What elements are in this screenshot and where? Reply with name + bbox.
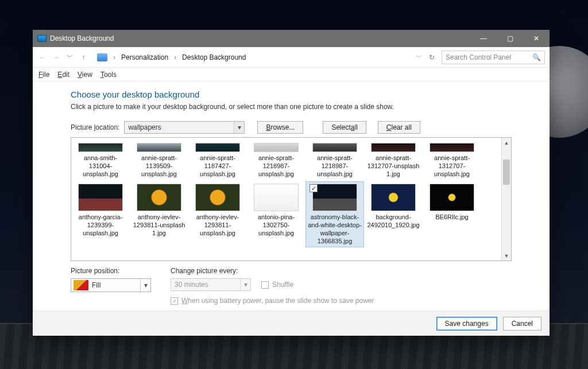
scrollbar[interactable]: ▲ ▼ <box>501 138 511 261</box>
menu-edit[interactable]: Edit <box>57 71 69 79</box>
thumbnail-item[interactable]: ✓anthony-garcia-1239399-unsplash.jpg <box>72 182 129 247</box>
thumbnail-image <box>78 184 123 211</box>
picture-location-value: wallpapers <box>128 123 161 131</box>
thumbnail-item[interactable]: ✓annie-spratt-1312707-unsplash.jpg <box>423 141 481 180</box>
position-preview-icon <box>74 280 88 290</box>
search-icon: 🔍 <box>532 53 541 61</box>
thumbnail-caption: annie-spratt-1312707-unsplash 1.jpg <box>366 154 420 178</box>
crumb-personalization[interactable]: Personalization <box>121 53 168 61</box>
change-every-label: Change picture every: <box>171 267 374 275</box>
thumbnail-caption: astronomy-black-and-white-desktop-wallpa… <box>308 213 362 245</box>
thumbnail-caption: BE6RIlc.jpg <box>425 213 479 222</box>
nav-row: ← → ﹀ ↑ › Personalization › Desktop Back… <box>33 47 550 68</box>
back-button[interactable]: ← <box>37 53 48 61</box>
thumbnail-image <box>137 184 181 211</box>
change-every-value: 30 minutes <box>175 281 208 289</box>
picture-position-combo[interactable]: Fill ▾ <box>71 278 151 292</box>
thumbnail-image <box>430 143 474 152</box>
thumbnail-item[interactable]: ✓antonio-pina-1302750-unsplash.jpg <box>247 182 305 247</box>
thumbnail-image <box>254 143 299 152</box>
scroll-down[interactable]: ▼ <box>502 251 511 261</box>
crumb-desktop-background[interactable]: Desktop Background <box>182 53 246 61</box>
thumbnail-image <box>312 184 357 211</box>
thumbnail-image <box>195 143 240 152</box>
page-title: Choose your desktop background <box>71 90 512 99</box>
thumbnail-caption: annie-spratt-1218987-unsplash.jpg <box>308 154 362 178</box>
battery-label: When using battery power, pause the slid… <box>181 297 374 305</box>
folder-icon <box>97 53 107 61</box>
addr-dropdown[interactable]: ﹀ <box>416 53 422 61</box>
thumbnail-item[interactable]: ✓annie-spratt-1139509-unsplash.jpg <box>130 141 188 180</box>
picture-position-value: Fill <box>92 281 100 289</box>
chevron-down-icon: ▾ <box>240 279 250 290</box>
thumbnail-caption: antonio-pina-1302750-unsplash.jpg <box>249 213 303 237</box>
thumbnail-caption: anthony-garcia-1239399-unsplash.jpg <box>74 213 127 237</box>
scroll-thumb[interactable] <box>503 160 510 185</box>
close-button[interactable]: ✕ <box>523 30 550 47</box>
gallery: ✓anna-smith-131004-unsplash.jpg✓annie-sp… <box>71 137 512 261</box>
thumbnail-item[interactable]: ✓annie-spratt-1218987-unsplash.jpg <box>306 141 363 180</box>
footer: Save changes Cancel <box>33 310 550 336</box>
app-icon <box>37 35 47 42</box>
thumbnail-image <box>78 143 123 152</box>
browse-button[interactable]: Browse... <box>257 121 303 134</box>
thumbnail-image <box>371 184 416 211</box>
check-icon: ✓ <box>310 184 318 192</box>
thumbnail-image <box>137 143 181 152</box>
menu-file[interactable]: File <box>38 71 49 79</box>
minimize-button[interactable]: — <box>470 30 497 47</box>
thumbnail-item[interactable]: ✓annie-spratt-1187427-unsplash.jpg <box>189 141 246 180</box>
chevron-right-icon: › <box>111 53 118 61</box>
change-every-combo: 30 minutes ▾ <box>171 278 251 291</box>
chevron-down-icon: ▾ <box>234 122 244 133</box>
desktop-background-window: Desktop Background — ▢ ✕ ← → ﹀ ↑ › Perso… <box>33 30 550 336</box>
forward-button[interactable]: → <box>51 53 61 61</box>
up-button[interactable]: ↑ <box>79 53 88 61</box>
save-changes-button[interactable]: Save changes <box>436 317 497 331</box>
search-input[interactable]: Search Control Panel 🔍 <box>442 51 545 64</box>
thumbnail-caption: anthony-ievlev-1293811-unsplash.jpg <box>191 213 245 237</box>
thumbnail-item[interactable]: ✓anna-smith-131004-unsplash.jpg <box>72 141 129 180</box>
clear-all-button[interactable]: Clear all <box>378 121 420 134</box>
thumbnail-item[interactable]: ✓annie-spratt-1312707-unsplash 1.jpg <box>365 141 422 180</box>
thumbnail-image <box>312 143 357 152</box>
picture-location-combo[interactable]: wallpapers ▾ <box>124 121 245 134</box>
thumbnail-caption: anna-smith-131004-unsplash.jpg <box>74 154 127 178</box>
scroll-up[interactable]: ▲ <box>502 138 511 147</box>
thumbnail-item[interactable]: ✓anthony-ievlev-1293811-unsplash.jpg <box>189 182 246 247</box>
recent-dropdown[interactable]: ﹀ <box>65 52 75 62</box>
thumbnail-caption: annie-spratt-1139509-unsplash.jpg <box>132 154 186 178</box>
thumbnail-caption: anthony-ievlev-1293811-unsplash 1.jpg <box>132 213 186 237</box>
thumbnail-image <box>430 184 474 211</box>
shuffle-checkbox <box>261 281 269 289</box>
picture-position-label: Picture position: <box>71 267 151 275</box>
thumbnail-caption: annie-spratt-1218987-unsplash.jpg <box>249 154 303 178</box>
thumbnail-item[interactable]: ✓BE6RIlc.jpg <box>423 182 481 247</box>
search-placeholder: Search Control Panel <box>446 53 511 61</box>
titlebar[interactable]: Desktop Background — ▢ ✕ <box>33 30 550 47</box>
maximize-button[interactable]: ▢ <box>497 30 523 47</box>
picture-location-label: Picture location: <box>71 123 119 131</box>
menu-tools[interactable]: Tools <box>100 71 117 79</box>
thumbnail-caption: annie-spratt-1312707-unsplash.jpg <box>425 154 479 178</box>
menu-view[interactable]: View <box>78 71 92 79</box>
thumbnail-item[interactable]: ✓astronomy-black-and-white-desktop-wallp… <box>306 182 363 247</box>
chevron-down-icon: ▾ <box>140 279 150 292</box>
battery-checkbox: ✓ <box>171 297 178 305</box>
thumbnail-caption: annie-spratt-1187427-unsplash.jpg <box>191 154 245 178</box>
page-subtitle: Click a picture to make it your desktop … <box>71 103 512 111</box>
shuffle-label: Shuffle <box>272 281 293 289</box>
window-title: Desktop Background <box>50 34 114 42</box>
thumbnail-image <box>195 184 240 211</box>
thumbnail-item[interactable]: ✓annie-spratt-1218987-unsplash.jpg <box>247 141 305 180</box>
menubar: File Edit View Tools <box>33 68 550 81</box>
thumbnail-image <box>371 143 416 152</box>
thumbnail-image <box>254 184 299 211</box>
chevron-right-icon: › <box>172 53 179 61</box>
select-all-button[interactable]: Select all <box>323 121 366 134</box>
thumbnail-item[interactable]: ✓background-2492010_1920.jpg <box>365 182 422 247</box>
cancel-button[interactable]: Cancel <box>503 317 541 331</box>
thumbnail-item[interactable]: ✓anthony-ievlev-1293811-unsplash 1.jpg <box>130 182 188 247</box>
refresh-button[interactable]: ↻ <box>425 53 438 61</box>
thumbnail-caption: background-2492010_1920.jpg <box>366 213 420 230</box>
